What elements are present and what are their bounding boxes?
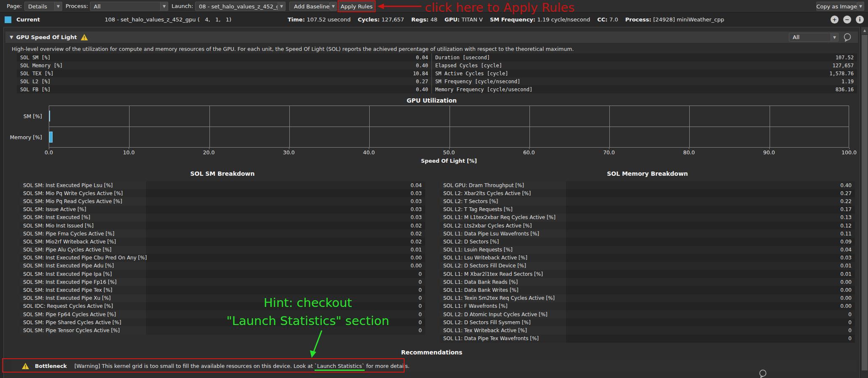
kernel-metrics: Time: 107.52 usecondCycles: 127,657Regs:… <box>288 16 724 23</box>
row-value: 10.84 <box>413 71 431 77</box>
warning-icon <box>81 34 88 40</box>
table-row: SOL SM: Issue Active [%]0.03 <box>20 206 425 214</box>
row-label: SOL SM: Mio2rf Writeback Active [%] <box>20 238 146 246</box>
table-row: SOL L2: D Atomic Input Cycles Active [%]… <box>440 310 855 318</box>
row-label: SOL L2 [%] <box>17 79 416 85</box>
toolbar: Page: Details ▼ Process: All ▼ Launch: 0… <box>0 0 868 13</box>
rule-message: [Warning] This kernel grid is too small … <box>74 363 410 369</box>
tick-mark <box>289 148 289 149</box>
row-value: 0.01 <box>566 270 855 278</box>
row-value: 0.27 <box>416 79 431 85</box>
chevron-down-icon: ▼ <box>160 2 168 11</box>
row-label: SOL L1: Lsu Writeback Active [%] <box>440 254 566 262</box>
baseline-color-swatch[interactable] <box>5 16 11 23</box>
row-value: 0.04 <box>566 246 855 254</box>
tick-mark <box>529 148 529 149</box>
page-dropdown[interactable]: Details ▼ <box>24 2 62 11</box>
row-label: SM Frequency [cycle/nsecond] <box>432 79 842 85</box>
table-row: SOL L2: D Sectors Fill Sysmem [%]0 <box>440 318 855 326</box>
page-label: Page: <box>7 3 22 9</box>
details-report-panel: ▼ GPU Speed Of Light All ▼ High-level ov… <box>3 27 860 378</box>
row-value: 0.02 <box>146 230 425 238</box>
table-row: SOL SM: Inst Executed [%]0.03 <box>20 214 425 222</box>
table-row: SOL SM: Inst Executed Pipe Tex [%]0 <box>20 286 425 294</box>
x-tick-label: 20.0 <box>203 149 215 156</box>
section-header-gpu-speed-of-light[interactable]: ▼ GPU Speed Of Light All ▼ <box>5 32 858 43</box>
info-icon[interactable]: i <box>856 16 864 24</box>
process-dropdown[interactable]: All ▼ <box>90 2 168 11</box>
table-row: SOL SM [%]0.04 <box>17 53 431 61</box>
table-row: SOL SM: Pipe Fma Cycles Active [%]0.02 <box>20 230 425 238</box>
table-row: SOL SM: Inst Executed Pipe Fp16 [%]0 <box>20 278 425 286</box>
row-value: 0.01 <box>146 246 425 254</box>
comment-bubble-icon[interactable] <box>758 369 767 378</box>
kernel-metric: Regs: 48 <box>411 16 437 23</box>
tick-mark <box>369 148 369 149</box>
row-label: SOL L2: Lts2xbar Cycles Active [%] <box>440 222 566 230</box>
tick-mark <box>129 148 129 149</box>
scrollbar-thumb[interactable] <box>862 35 868 370</box>
row-label: SOL L1: Data Bank Reads [%] <box>440 278 566 286</box>
sol-memory-breakdown-table: SOL GPU: Dram Throughput [%]0.40SOL L2: … <box>440 181 855 343</box>
sol-memory-breakdown-title: SOL Memory Breakdown <box>440 170 855 177</box>
table-row: SOL TEX [%]10.84 <box>17 69 431 77</box>
launch-dropdown[interactable]: 08 - set_halo_values_z_452_gpu ▼ <box>195 2 286 11</box>
row-label: Duration [usecond] <box>432 55 836 61</box>
row-value: 0.01 <box>566 262 855 270</box>
add-baseline-button[interactable]: Add Baseline <box>289 2 330 11</box>
table-row: SOL SM: Mio Pq Read Cycles Active [%]0.0… <box>20 197 425 205</box>
row-label: SOL SM: Pipe Fma Cycles Active [%] <box>20 230 146 238</box>
row-label: SOL SM: Issue Active [%] <box>20 206 146 214</box>
launch-statistics-link[interactable]: `Launch Statistics` <box>315 363 365 371</box>
row-value: 0.40 <box>566 181 855 189</box>
row-label: SOL SM: Inst Executed Pipe Ipa [%] <box>20 270 146 278</box>
table-row: SOL L1: Lsuin Requests [%]0.04 <box>440 246 855 254</box>
row-label: SOL L1: Data Bank Writes [%] <box>440 286 566 294</box>
process-dropdown-value: All <box>90 3 160 10</box>
row-value: 0.00 <box>146 254 425 262</box>
table-row: SOL L1: Texin Sm2tex Req Cycles Active [… <box>440 294 855 302</box>
x-tick-label: 40.0 <box>363 149 375 156</box>
row-value: 0.03 <box>146 214 425 222</box>
scroll-up-icon[interactable]: ▲ <box>861 27 868 34</box>
row-label: SOL L1: Data Pipe Lsu Wavefronts [%] <box>440 230 566 238</box>
row-label: SOL SM: Inst Executed [%] <box>20 214 146 222</box>
table-row: SOL L1: Data Bank Reads [%]0.00 <box>440 278 855 286</box>
row-value: 0 <box>146 286 425 294</box>
x-tick-label: 50.0 <box>443 149 455 156</box>
sol-sm-breakdown-table: SOL SM: Inst Executed Pipe Lsu [%]0.04SO… <box>20 181 425 335</box>
sol-sm-breakdown-title: SOL SM Breakdown <box>20 170 425 177</box>
row-label: SOL L1: Lsuin Requests [%] <box>440 246 566 254</box>
comment-bubble-icon[interactable] <box>843 33 852 42</box>
kernel-metric: Time: 107.52 usecond <box>288 16 351 23</box>
zoom-in-icon[interactable]: + <box>831 16 839 24</box>
row-label: SOL GPU: Dram Throughput [%] <box>440 181 566 189</box>
row-label: SOL IDC: Request Cycles Active [%] <box>20 302 146 310</box>
copy-as-image-dropdown-arrow[interactable]: ▼ <box>857 2 864 11</box>
section-filter-dropdown[interactable]: All ▼ <box>789 33 839 42</box>
row-label: SOL L1: Tex Writeback Active [%] <box>440 326 566 334</box>
collapse-caret-icon[interactable]: ▼ <box>10 34 13 40</box>
table-row: SOL SM: Pipe Tensor Cycles Active [%]0 <box>20 326 425 334</box>
section-description: High-level overview of the utilization f… <box>12 46 574 52</box>
add-baseline-dropdown-arrow[interactable]: ▼ <box>330 2 337 11</box>
row-label: SOL TEX [%] <box>17 71 413 77</box>
table-row: SOL L2: T Tag Requests [%]0.17 <box>440 206 855 214</box>
kernel-name: 108 - set_halo_values_z_452_gpu ( 4, 1, … <box>105 16 231 23</box>
table-row: Memory Frequency [cycle/usecond]836.16 <box>432 85 857 93</box>
zoom-out-icon[interactable]: − <box>843 16 851 24</box>
row-label: SOL SM: Pipe Tensor Cycles Active [%] <box>20 326 146 334</box>
row-label: SM Active Cycles [cycle] <box>432 71 829 77</box>
row-label: SOL SM: Inst Executed Pipe Xu [%] <box>20 294 146 302</box>
row-label: Memory Frequency [cycle/usecond] <box>432 87 836 93</box>
row-value: 0.12 <box>566 222 855 230</box>
vertical-scrollbar[interactable]: ▲ <box>860 27 868 378</box>
chart-y-axis-labels: SM [%]Memory [%] <box>4 106 45 148</box>
table-row: SOL GPU: Dram Throughput [%]0.40 <box>440 181 855 189</box>
apply-rules-button[interactable]: Apply Rules <box>339 2 374 11</box>
row-label: SOL L1: F Wavefronts [%] <box>440 302 566 310</box>
row-label: SOL SM: Inst Executed Pipe Tex [%] <box>20 286 146 294</box>
table-row: SOL L2 [%]0.27 <box>17 77 431 85</box>
copy-as-image-button[interactable]: Copy as Image <box>816 2 857 11</box>
row-label: SOL SM [%] <box>17 55 416 61</box>
